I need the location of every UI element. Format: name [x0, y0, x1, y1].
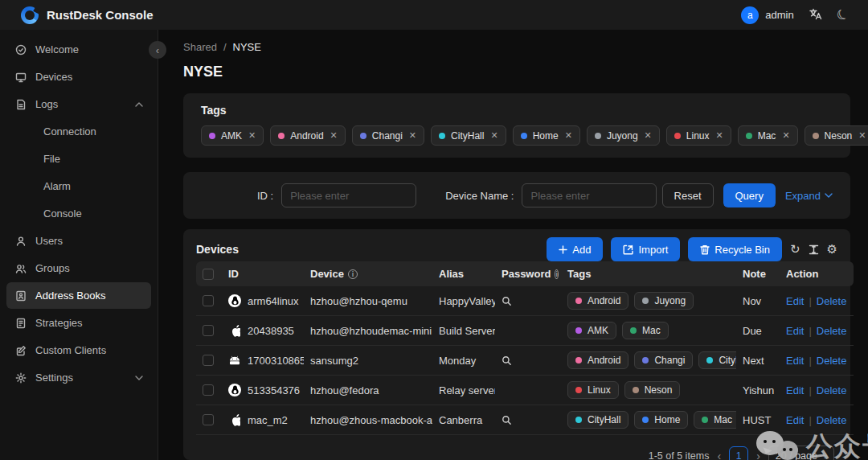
sidebar-item-alarm[interactable]: Alarm	[6, 173, 151, 199]
page-size-select[interactable]: 20 / page▾	[768, 446, 834, 460]
reset-button[interactable]: Reset	[662, 183, 714, 207]
col-tags[interactable]: Tags	[561, 261, 736, 286]
row-checkbox[interactable]	[203, 384, 214, 396]
reveal-password-icon[interactable]	[502, 355, 555, 366]
row-tag: Android	[567, 351, 628, 369]
expand-link[interactable]: Expand	[785, 190, 833, 202]
device-name-filter-label: Device Name :	[445, 190, 514, 202]
sidebar: ‹ Welcome Devices Logs Connection File A…	[0, 30, 158, 460]
tag-chip[interactable]: Juyong✕	[587, 125, 660, 146]
page-title: NYSE	[183, 64, 850, 80]
remove-tag-icon[interactable]: ✕	[645, 130, 652, 141]
tag-chip[interactable]: Android✕	[270, 125, 346, 146]
delete-link[interactable]: Delete	[817, 295, 847, 307]
column-settings-icon[interactable]: ⚙	[827, 242, 837, 257]
tag-chip[interactable]: CityHall✕	[431, 125, 506, 146]
remove-tag-icon[interactable]: ✕	[330, 130, 338, 141]
prev-page-icon[interactable]: ‹	[717, 450, 721, 460]
import-button[interactable]: Import	[611, 237, 680, 261]
delete-link[interactable]: Delete	[817, 325, 847, 337]
reveal-password-icon[interactable]	[502, 415, 555, 425]
sidebar-item-custom-clients[interactable]: Custom Clients	[6, 337, 151, 363]
col-device[interactable]: Devicei	[304, 261, 432, 286]
table-header-row: ID Devicei Alias Passwordi Tags Note Act…	[196, 261, 854, 286]
edit-link[interactable]: Edit	[786, 295, 804, 307]
tag-chip[interactable]: Linux✕	[666, 125, 731, 146]
row-tag: Mac	[694, 411, 736, 429]
row-checkbox[interactable]	[203, 325, 214, 336]
remove-tag-icon[interactable]: ✕	[409, 130, 416, 141]
table-row: 513354376 hzhou@fedora Relay server Linu…	[196, 376, 854, 405]
row-checkbox[interactable]	[203, 295, 214, 306]
remove-tag-icon[interactable]: ✕	[715, 130, 723, 141]
delete-link[interactable]: Delete	[817, 414, 847, 426]
edit-link[interactable]: Edit	[786, 325, 804, 337]
sidebar-item-logs[interactable]: Logs	[6, 91, 151, 117]
remove-tag-icon[interactable]: ✕	[565, 130, 572, 141]
chevron-down-icon	[135, 376, 143, 380]
sidebar-collapse-button[interactable]: ‹	[149, 41, 166, 59]
tag-chip[interactable]: AMK✕	[201, 125, 264, 146]
col-id[interactable]: ID	[222, 261, 304, 286]
remove-tag-icon[interactable]: ✕	[490, 130, 497, 141]
filter-card: ID : Device Name : Reset Query Expand	[183, 172, 850, 219]
tag-chip[interactable]: Home✕	[513, 125, 580, 146]
remove-tag-icon[interactable]: ✕	[782, 130, 789, 141]
table-row: 20438935 hzhou@hzhoudemac-mini Build Ser…	[196, 316, 854, 346]
recycle-bin-button[interactable]: Recycle Bin	[688, 237, 782, 261]
sidebar-item-address-books[interactable]: Address Books	[6, 282, 151, 309]
sidebar-item-groups[interactable]: Groups	[6, 255, 151, 281]
user-name: admin	[765, 9, 793, 21]
sidebar-item-file[interactable]: File	[6, 146, 151, 172]
delete-link[interactable]: Delete	[817, 384, 847, 396]
breadcrumb: Shared / NYSE	[183, 41, 850, 53]
brand: RustDesk Console	[21, 6, 154, 24]
remove-tag-icon[interactable]: ✕	[248, 130, 256, 141]
row-checkbox[interactable]	[203, 414, 214, 425]
query-button[interactable]: Query	[723, 183, 776, 207]
page-number-button[interactable]: 1	[729, 446, 748, 460]
id-filter-input[interactable]	[281, 183, 416, 207]
user-icon	[14, 236, 27, 247]
sidebar-item-connection[interactable]: Connection	[6, 118, 151, 145]
col-alias[interactable]: Alias	[432, 261, 495, 286]
sidebar-item-welcome[interactable]: Welcome	[6, 36, 151, 63]
row-tag: Home	[634, 411, 688, 429]
tag-color-dot	[278, 133, 285, 139]
breadcrumb-parent[interactable]: Shared	[183, 41, 217, 53]
logs-icon	[14, 99, 27, 110]
sidebar-item-users[interactable]: Users	[6, 228, 151, 254]
tag-chip[interactable]: Neson✕	[805, 125, 868, 146]
sidebar-item-devices[interactable]: Devices	[6, 64, 151, 90]
translate-icon[interactable]	[809, 7, 822, 23]
row-tag: Juyong	[634, 292, 694, 310]
col-note[interactable]: Note	[736, 261, 780, 286]
edit-link[interactable]: Edit	[786, 355, 804, 367]
tag-chip[interactable]: Mac✕	[738, 125, 798, 146]
tag-chip[interactable]: Changi✕	[352, 125, 424, 146]
next-page-icon[interactable]: ›	[756, 450, 760, 460]
col-password[interactable]: Passwordi	[495, 261, 561, 286]
sidebar-item-strategies[interactable]: Strategies	[6, 310, 151, 336]
device-name-filter-input[interactable]	[522, 183, 657, 207]
col-action: Action	[780, 261, 854, 286]
chevron-down-icon	[825, 193, 833, 198]
sidebar-item-settings[interactable]: Settings	[6, 364, 151, 391]
refresh-icon[interactable]: ↻	[790, 242, 800, 257]
remove-tag-icon[interactable]: ✕	[858, 130, 866, 141]
row-density-icon[interactable]	[809, 244, 819, 255]
sidebar-item-console[interactable]: Console	[6, 200, 151, 227]
user-menu[interactable]: a admin	[741, 6, 793, 24]
edit-link[interactable]: Edit	[786, 414, 804, 426]
select-all-checkbox[interactable]	[203, 269, 214, 280]
delete-link[interactable]: Delete	[817, 355, 847, 367]
dark-mode-toggle-icon[interactable]: ☾	[834, 6, 851, 24]
reveal-password-icon[interactable]	[502, 296, 555, 306]
table-row: arm64linux hzhou@hzhou-qemu HappyValley …	[196, 286, 854, 316]
row-checkbox[interactable]	[203, 355, 214, 366]
tag-chip-list: AMK✕ Android✕ Changi✕ CityHall✕ Home✕ Ju…	[201, 125, 833, 146]
avatar[interactable]: a	[741, 6, 759, 24]
add-device-button[interactable]: Add	[547, 237, 603, 261]
row-tag: Changi	[634, 351, 693, 369]
edit-link[interactable]: Edit	[786, 384, 804, 396]
